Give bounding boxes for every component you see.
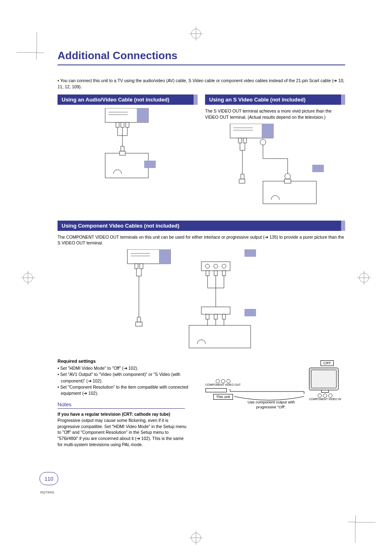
notes-heading: Notes [58, 401, 185, 409]
registration-mark [23, 273, 33, 283]
svg-rect-39 [206, 314, 209, 319]
page-title: Additional Connections [58, 49, 345, 65]
svg-rect-9 [144, 161, 156, 168]
component-text: The COMPONENT VIDEO OUT terminals on thi… [58, 234, 345, 246]
svg-rect-37 [222, 271, 226, 276]
svg-rect-21 [312, 165, 324, 172]
page-number: 110 [39, 472, 58, 485]
svg-point-32 [214, 264, 218, 268]
svg-rect-29 [140, 264, 143, 269]
svg-rect-20 [263, 181, 316, 204]
svg-rect-40 [214, 314, 217, 319]
registration-mark [191, 29, 201, 39]
svg-rect-4 [116, 122, 119, 127]
required-bullet: • Set "Component Resolution" to the item… [58, 384, 197, 396]
registration-mark [191, 533, 201, 543]
required-bullet: • Set "HDMI Video Mode" to "Off" (➔ 102)… [58, 365, 197, 371]
svg-rect-18 [241, 174, 244, 179]
svg-rect-36 [214, 271, 217, 276]
svg-rect-42 [244, 309, 256, 316]
svg-rect-22 [239, 179, 245, 183]
svg-rect-43 [189, 325, 251, 348]
svg-rect-7 [121, 146, 124, 151]
svg-rect-15 [238, 138, 242, 143]
svg-rect-25 [159, 249, 171, 264]
svg-point-17 [260, 139, 266, 145]
svg-rect-34 [244, 249, 256, 257]
crt-diagram: CRT COMPONENT VIDEO IN COMPONENT VIDEO O… [205, 359, 341, 416]
svg-rect-45 [136, 322, 142, 326]
svideo-diagram [205, 124, 345, 206]
bracket-text: Use component output with progressive "O… [242, 400, 300, 410]
av-diagram [58, 108, 198, 182]
svg-rect-41 [222, 314, 226, 319]
section-header-svideo: Using an S Video Cable (not included) [205, 94, 345, 105]
svg-rect-44 [137, 317, 141, 322]
component-diagram [58, 249, 345, 352]
svg-rect-6 [126, 122, 129, 127]
required-heading: Required settings [58, 359, 197, 364]
crop-mark [355, 522, 376, 543]
svg-rect-16 [243, 138, 247, 143]
svg-rect-12 [262, 124, 273, 138]
notes-body-text: Progressive output may cause some flicke… [58, 418, 187, 447]
svg-rect-35 [206, 271, 209, 276]
required-bullet: • Set "AV1 Output" to "Video (with compo… [58, 371, 197, 384]
doc-code: RQT9431 [40, 491, 55, 494]
svg-rect-10 [120, 151, 125, 155]
svg-rect-38 [201, 307, 230, 314]
svg-rect-28 [135, 264, 138, 269]
svg-rect-5 [121, 122, 124, 127]
svg-point-19 [285, 173, 291, 179]
registration-mark [359, 273, 369, 283]
crop-mark [16, 32, 37, 53]
svg-rect-1 [137, 108, 148, 122]
notes-bold: If you have a regular television (CRT: c… [58, 412, 170, 417]
svg-point-31 [205, 264, 210, 268]
svg-rect-8 [105, 153, 148, 178]
section-header-av: Using an Audio/Video Cable (not included… [58, 94, 198, 105]
section-header-component: Using Component Video Cables (not includ… [58, 221, 345, 231]
svg-rect-23 [284, 179, 291, 183]
intro-text: • You can connect this unit to a TV usin… [58, 78, 345, 90]
svg-point-33 [222, 264, 226, 268]
svideo-text: The S VIDEO OUT terminal achieves a more… [205, 108, 345, 120]
